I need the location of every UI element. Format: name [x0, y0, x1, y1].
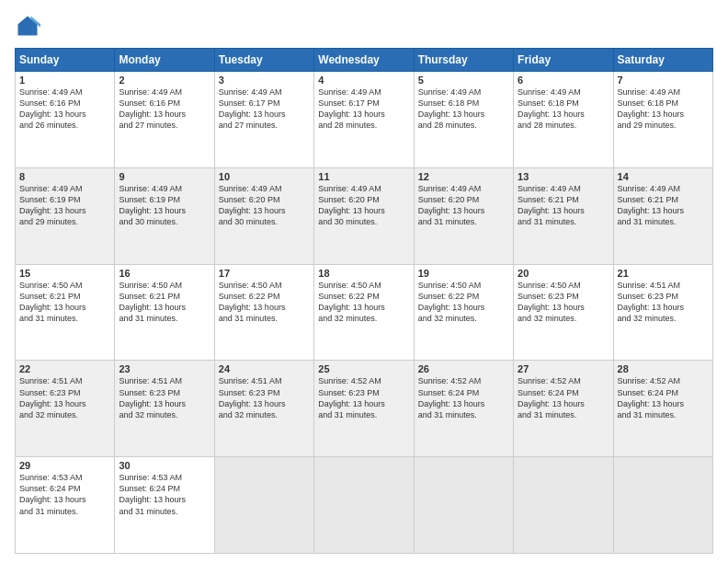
day-info: Sunrise: 4:49 AM Sunset: 6:16 PM Dayligh… — [119, 86, 210, 132]
day-info: Sunrise: 4:51 AM Sunset: 6:23 PM Dayligh… — [119, 375, 210, 420]
calendar-row-1: 1Sunrise: 4:49 AM Sunset: 6:16 PM Daylig… — [16, 72, 713, 168]
weekday-header-saturday: Saturday — [613, 49, 712, 72]
day-number: 29 — [19, 460, 110, 471]
day-number: 1 — [19, 75, 110, 86]
day-number: 6 — [518, 75, 609, 86]
calendar-cell: 4Sunrise: 4:49 AM Sunset: 6:17 PM Daylig… — [314, 72, 414, 168]
logo — [15, 13, 44, 39]
day-info: Sunrise: 4:50 AM Sunset: 6:21 PM Dayligh… — [19, 280, 110, 325]
day-info: Sunrise: 4:51 AM Sunset: 6:23 PM Dayligh… — [219, 375, 310, 420]
day-number: 30 — [119, 460, 210, 471]
calendar-cell — [613, 457, 712, 554]
weekday-row: SundayMondayTuesdayWednesdayThursdayFrid… — [16, 49, 713, 72]
day-info: Sunrise: 4:49 AM Sunset: 6:19 PM Dayligh… — [19, 183, 110, 228]
calendar-cell: 27Sunrise: 4:52 AM Sunset: 6:24 PM Dayli… — [514, 361, 613, 457]
calendar-cell: 20Sunrise: 4:50 AM Sunset: 6:23 PM Dayli… — [514, 264, 613, 361]
day-number: 21 — [618, 268, 709, 279]
calendar-row-3: 15Sunrise: 4:50 AM Sunset: 6:21 PM Dayli… — [16, 264, 713, 361]
day-number: 19 — [418, 268, 509, 279]
day-info: Sunrise: 4:49 AM Sunset: 6:16 PM Dayligh… — [19, 86, 110, 132]
day-info: Sunrise: 4:52 AM Sunset: 6:24 PM Dayligh… — [518, 375, 609, 420]
page: SundayMondayTuesdayWednesdayThursdayFrid… — [0, 0, 728, 563]
day-number: 12 — [418, 171, 509, 182]
calendar-cell: 29Sunrise: 4:53 AM Sunset: 6:24 PM Dayli… — [16, 457, 115, 554]
day-number: 18 — [318, 268, 409, 279]
day-info: Sunrise: 4:49 AM Sunset: 6:20 PM Dayligh… — [318, 183, 409, 228]
day-info: Sunrise: 4:49 AM Sunset: 6:17 PM Dayligh… — [318, 86, 409, 132]
day-info: Sunrise: 4:49 AM Sunset: 6:18 PM Dayligh… — [418, 86, 509, 132]
weekday-header-thursday: Thursday — [414, 49, 513, 72]
calendar-table: SundayMondayTuesdayWednesdayThursdayFrid… — [15, 48, 713, 554]
day-info: Sunrise: 4:53 AM Sunset: 6:24 PM Dayligh… — [119, 472, 210, 517]
day-number: 26 — [418, 363, 509, 374]
calendar-cell: 19Sunrise: 4:50 AM Sunset: 6:22 PM Dayli… — [414, 264, 513, 361]
calendar-cell — [414, 457, 513, 554]
weekday-header-wednesday: Wednesday — [314, 49, 414, 72]
day-info: Sunrise: 4:50 AM Sunset: 6:22 PM Dayligh… — [219, 280, 310, 325]
weekday-header-monday: Monday — [115, 49, 214, 72]
calendar-row-5: 29Sunrise: 4:53 AM Sunset: 6:24 PM Dayli… — [16, 457, 713, 554]
calendar-cell: 16Sunrise: 4:50 AM Sunset: 6:21 PM Dayli… — [115, 264, 214, 361]
calendar-cell: 12Sunrise: 4:49 AM Sunset: 6:20 PM Dayli… — [414, 167, 513, 264]
day-number: 11 — [318, 171, 409, 182]
day-info: Sunrise: 4:49 AM Sunset: 6:17 PM Dayligh… — [219, 86, 310, 132]
calendar-cell: 6Sunrise: 4:49 AM Sunset: 6:18 PM Daylig… — [514, 72, 613, 168]
day-number: 24 — [219, 363, 310, 374]
calendar-cell: 2Sunrise: 4:49 AM Sunset: 6:16 PM Daylig… — [115, 72, 214, 168]
calendar-cell: 21Sunrise: 4:51 AM Sunset: 6:23 PM Dayli… — [613, 264, 712, 361]
day-number: 5 — [418, 75, 509, 86]
day-info: Sunrise: 4:49 AM Sunset: 6:21 PM Dayligh… — [618, 183, 709, 228]
day-number: 20 — [518, 268, 609, 279]
calendar-cell: 9Sunrise: 4:49 AM Sunset: 6:19 PM Daylig… — [115, 167, 214, 264]
day-info: Sunrise: 4:51 AM Sunset: 6:23 PM Dayligh… — [19, 375, 110, 420]
day-info: Sunrise: 4:51 AM Sunset: 6:23 PM Dayligh… — [618, 280, 709, 325]
calendar-cell: 1Sunrise: 4:49 AM Sunset: 6:16 PM Daylig… — [16, 72, 115, 168]
day-number: 7 — [618, 75, 709, 86]
calendar-body: 1Sunrise: 4:49 AM Sunset: 6:16 PM Daylig… — [16, 72, 713, 554]
day-number: 8 — [19, 171, 110, 182]
calendar-cell: 3Sunrise: 4:49 AM Sunset: 6:17 PM Daylig… — [214, 72, 313, 168]
weekday-header-friday: Friday — [514, 49, 613, 72]
day-info: Sunrise: 4:52 AM Sunset: 6:24 PM Dayligh… — [618, 375, 709, 420]
calendar-header: SundayMondayTuesdayWednesdayThursdayFrid… — [16, 49, 713, 72]
day-number: 4 — [318, 75, 409, 86]
day-number: 27 — [518, 363, 609, 374]
svg-marker-0 — [18, 17, 38, 36]
calendar-cell — [214, 457, 313, 554]
calendar-cell: 11Sunrise: 4:49 AM Sunset: 6:20 PM Dayli… — [314, 167, 414, 264]
day-info: Sunrise: 4:49 AM Sunset: 6:18 PM Dayligh… — [618, 86, 709, 132]
day-number: 13 — [518, 171, 609, 182]
calendar-cell: 30Sunrise: 4:53 AM Sunset: 6:24 PM Dayli… — [115, 457, 214, 554]
calendar-row-4: 22Sunrise: 4:51 AM Sunset: 6:23 PM Dayli… — [16, 361, 713, 457]
day-number: 10 — [219, 171, 310, 182]
day-info: Sunrise: 4:49 AM Sunset: 6:20 PM Dayligh… — [418, 183, 509, 228]
calendar-cell: 28Sunrise: 4:52 AM Sunset: 6:24 PM Dayli… — [613, 361, 712, 457]
calendar-cell: 5Sunrise: 4:49 AM Sunset: 6:18 PM Daylig… — [414, 72, 513, 168]
calendar-cell: 14Sunrise: 4:49 AM Sunset: 6:21 PM Dayli… — [613, 167, 712, 264]
day-info: Sunrise: 4:53 AM Sunset: 6:24 PM Dayligh… — [19, 472, 110, 517]
day-info: Sunrise: 4:50 AM Sunset: 6:23 PM Dayligh… — [518, 280, 609, 325]
day-number: 16 — [119, 268, 210, 279]
calendar-cell: 18Sunrise: 4:50 AM Sunset: 6:22 PM Dayli… — [314, 264, 414, 361]
day-number: 14 — [618, 171, 709, 182]
day-info: Sunrise: 4:50 AM Sunset: 6:22 PM Dayligh… — [418, 280, 509, 325]
logo-icon — [15, 13, 40, 39]
weekday-header-sunday: Sunday — [16, 49, 115, 72]
calendar-cell — [514, 457, 613, 554]
calendar-cell: 10Sunrise: 4:49 AM Sunset: 6:20 PM Dayli… — [214, 167, 313, 264]
calendar-cell: 13Sunrise: 4:49 AM Sunset: 6:21 PM Dayli… — [514, 167, 613, 264]
calendar-cell: 26Sunrise: 4:52 AM Sunset: 6:24 PM Dayli… — [414, 361, 513, 457]
calendar-cell: 8Sunrise: 4:49 AM Sunset: 6:19 PM Daylig… — [16, 167, 115, 264]
day-info: Sunrise: 4:49 AM Sunset: 6:21 PM Dayligh… — [518, 183, 609, 228]
calendar-cell — [314, 457, 414, 554]
day-number: 28 — [618, 363, 709, 374]
day-number: 3 — [219, 75, 310, 86]
calendar-cell: 23Sunrise: 4:51 AM Sunset: 6:23 PM Dayli… — [115, 361, 214, 457]
calendar-cell: 24Sunrise: 4:51 AM Sunset: 6:23 PM Dayli… — [214, 361, 313, 457]
day-number: 9 — [119, 171, 210, 182]
weekday-header-tuesday: Tuesday — [214, 49, 313, 72]
day-number: 15 — [19, 268, 110, 279]
day-info: Sunrise: 4:50 AM Sunset: 6:22 PM Dayligh… — [318, 280, 409, 325]
day-info: Sunrise: 4:49 AM Sunset: 6:19 PM Dayligh… — [119, 183, 210, 228]
day-info: Sunrise: 4:50 AM Sunset: 6:21 PM Dayligh… — [119, 280, 210, 325]
